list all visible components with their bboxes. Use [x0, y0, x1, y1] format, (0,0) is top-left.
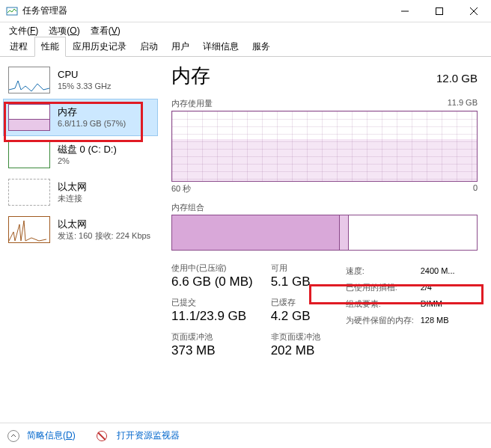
sidebar-item-label: 以太网: [58, 181, 87, 193]
sidebar-item-label: 磁盘 0 (C: D:): [58, 144, 117, 156]
stat-cached: 4.2 GB: [271, 307, 323, 325]
comp-modified: [340, 215, 349, 250]
memory-composition-chart: [171, 215, 478, 251]
stats-left: 使用中(已压缩)6.6 GB (0 MB) 可用5.1 GB 已提交11.1/2…: [171, 263, 323, 364]
sidebar-item-ethernet-1[interactable]: 以太网未连接: [3, 174, 158, 211]
sidebar-item-cpu[interactable]: CPU15% 3.33 GHz: [3, 61, 158, 99]
tab-details[interactable]: 详细信息: [196, 37, 246, 57]
memory-thumb-icon: [8, 104, 50, 131]
resmon-icon: [97, 431, 107, 441]
open-resmon-link[interactable]: 打开资源监视器: [117, 429, 180, 442]
sidebar-item-label: 内存: [58, 106, 126, 118]
stat-form-factor: DIMM: [421, 295, 442, 312]
svg-rect-0: [7, 7, 17, 15]
tab-services[interactable]: 服务: [246, 37, 277, 57]
sidebar-item-disk[interactable]: 磁盘 0 (C: D:)2%: [3, 136, 158, 174]
perf-sidebar: CPU15% 3.33 GHz 内存6.8/11.9 GB (57%) 磁盘 0…: [0, 57, 161, 423]
tab-app-history[interactable]: 应用历史记录: [66, 37, 133, 57]
sidebar-item-label: CPU: [58, 69, 112, 81]
tab-performance[interactable]: 性能: [34, 37, 66, 57]
stat-in-use: 6.6 GB (0 MB): [171, 273, 253, 291]
sidebar-item-ethernet-2[interactable]: 以太网发送: 160 接收: 224 Kbps: [3, 211, 158, 248]
main-panel: 内存 12.0 GB 内存使用量11.9 GB 60 秒0 内存组合 使用中(已…: [161, 57, 491, 423]
svg-rect-2: [436, 7, 443, 14]
tabbar: 进程 性能 应用历史记录 启动 用户 详细信息 服务: [0, 39, 491, 57]
stat-committed: 11.1/23.9 GB: [171, 307, 253, 325]
disk-thumb-icon: [8, 141, 50, 168]
stat-hw-reserved: 128 MB: [421, 312, 449, 328]
brief-info-link[interactable]: 简略信息(D): [27, 429, 76, 442]
close-button[interactable]: [457, 0, 491, 22]
stat-slots: 2/4: [421, 279, 432, 295]
chart-usage-max: 11.9 GB: [448, 98, 478, 109]
stat-speed: 2400 M...: [421, 263, 455, 279]
chevron-up-icon[interactable]: [7, 430, 19, 442]
chart-comp-label: 内存组合: [171, 202, 204, 213]
stat-paged-pool: 373 MB: [171, 342, 253, 360]
sidebar-item-memory[interactable]: 内存6.8/11.9 GB (57%): [3, 99, 158, 136]
stats-right: 速度:2400 M... 已使用的插槽:2/4 组成要素:DIMM 为硬件保留的…: [346, 263, 455, 364]
chart-usage-label: 内存使用量: [171, 98, 213, 109]
window-title: 任务管理器: [22, 4, 388, 17]
memory-total: 12.0 GB: [436, 72, 478, 85]
comp-free: [349, 215, 477, 250]
sidebar-item-label: 以太网: [58, 218, 150, 230]
tab-startup[interactable]: 启动: [133, 37, 165, 57]
stat-nonpaged-pool: 202 MB: [271, 342, 323, 360]
tab-users[interactable]: 用户: [165, 37, 196, 57]
net-thumb-icon: [8, 216, 50, 243]
minimize-button[interactable]: [388, 0, 422, 22]
tab-processes[interactable]: 进程: [3, 37, 34, 57]
comp-in-use: [172, 215, 340, 250]
stat-available: 5.1 GB: [271, 273, 323, 291]
footer: 简略信息(D) 打开资源监视器: [0, 423, 491, 448]
page-title: 内存: [171, 63, 210, 89]
cpu-thumb-icon: [8, 67, 50, 93]
task-manager-icon: [6, 5, 18, 17]
maximize-button[interactable]: [422, 0, 457, 22]
net-thumb-icon: [8, 179, 50, 206]
titlebar: 任务管理器: [0, 0, 491, 22]
memory-usage-chart: [171, 111, 478, 182]
